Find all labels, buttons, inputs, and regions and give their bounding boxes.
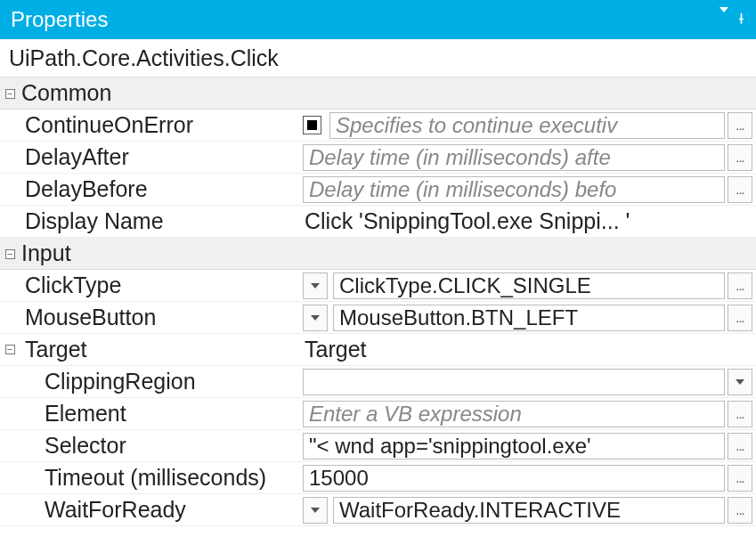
prop-display-name: Display Name Click 'SnippingTool.exe Sni… (0, 206, 756, 238)
prop-timeout: Timeout (milliseconds) 15000 ... (0, 462, 756, 494)
prop-label: Element (39, 398, 303, 429)
wait-for-ready-dropdown-toggle[interactable] (303, 497, 328, 524)
timeout-input[interactable]: 15000 (303, 465, 725, 492)
prop-target: − Target Target (0, 334, 756, 366)
ellipsis-button[interactable]: ... (728, 112, 752, 139)
collapse-icon[interactable]: − (0, 334, 20, 365)
mouse-button-value[interactable]: MouseButton.BTN_LEFT (333, 305, 725, 331)
panel-title: Properties (11, 7, 108, 32)
prop-clipping-region: ClippingRegion (0, 366, 756, 398)
display-name-value[interactable]: Click 'SnippingTool.exe Snippi... ' (303, 208, 752, 234)
prop-click-type: ClickType ClickType.CLICK_SINGLE ... (0, 270, 756, 302)
collapse-icon[interactable]: − (0, 247, 20, 260)
prop-label: DelayBefore (20, 174, 303, 205)
ellipsis-button[interactable]: ... (728, 144, 752, 171)
prop-label: Display Name (20, 206, 303, 237)
clipping-region-dropdown-toggle[interactable] (728, 369, 752, 395)
prop-label: Selector (39, 430, 303, 461)
prop-continue-on-error: ContinueOnError Specifies to continue ex… (0, 110, 756, 142)
ellipsis-button[interactable]: ... (728, 305, 752, 331)
property-grid: − Common ContinueOnError Specifies to co… (0, 77, 756, 526)
category-input[interactable]: − Input (0, 238, 756, 270)
prop-label: MouseButton (20, 302, 303, 333)
prop-element: Element Enter a VB expression ... (0, 398, 756, 430)
activity-class-name: UiPath.Core.Activities.Click (0, 39, 756, 77)
properties-title-bar: Properties (0, 0, 756, 39)
prop-label: ClickType (20, 270, 303, 301)
dropdown-icon[interactable] (719, 12, 728, 27)
delay-before-input[interactable]: Delay time (in milliseconds) befo (303, 176, 725, 203)
continue-on-error-input[interactable]: Specifies to continue executiv (329, 112, 725, 139)
prop-label: ContinueOnError (20, 110, 303, 141)
prop-selector: Selector "< wnd app='snippingtool.exe' .… (0, 430, 756, 462)
selector-input[interactable]: "< wnd app='snippingtool.exe' (303, 433, 725, 459)
click-type-dropdown-toggle[interactable] (303, 272, 328, 299)
prop-mouse-button: MouseButton MouseButton.BTN_LEFT ... (0, 302, 756, 334)
ellipsis-button[interactable]: ... (728, 176, 752, 203)
click-type-value[interactable]: ClickType.CLICK_SINGLE (333, 272, 725, 299)
prop-label: DelayAfter (20, 142, 303, 173)
category-label: Common (20, 80, 111, 106)
target-value[interactable]: Target (303, 337, 752, 362)
ellipsis-button[interactable]: ... (728, 497, 752, 524)
category-label: Input (20, 240, 71, 266)
prop-wait-for-ready: WaitForReady WaitForReady.INTERACTIVE ..… (0, 494, 756, 526)
continue-on-error-checkbox[interactable] (303, 116, 321, 134)
prop-label: Target (20, 334, 303, 365)
ellipsis-button[interactable]: ... (728, 465, 752, 492)
prop-delay-after: DelayAfter Delay time (in milliseconds) … (0, 142, 756, 174)
element-input[interactable]: Enter a VB expression (303, 401, 725, 427)
category-common[interactable]: − Common (0, 77, 756, 110)
mouse-button-dropdown-toggle[interactable] (303, 305, 328, 331)
collapse-icon[interactable]: − (0, 86, 20, 100)
wait-for-ready-value[interactable]: WaitForReady.INTERACTIVE (333, 497, 725, 524)
delay-after-input[interactable]: Delay time (in milliseconds) afte (303, 144, 725, 171)
prop-label: ClippingRegion (39, 366, 303, 397)
ellipsis-button[interactable]: ... (728, 272, 752, 299)
ellipsis-button[interactable]: ... (728, 401, 752, 427)
pin-icon[interactable] (736, 12, 747, 27)
ellipsis-button[interactable]: ... (728, 433, 752, 459)
prop-label: WaitForReady (39, 494, 303, 525)
prop-label: Timeout (milliseconds) (39, 462, 303, 493)
clipping-region-input[interactable] (303, 369, 725, 395)
prop-delay-before: DelayBefore Delay time (in milliseconds)… (0, 174, 756, 206)
